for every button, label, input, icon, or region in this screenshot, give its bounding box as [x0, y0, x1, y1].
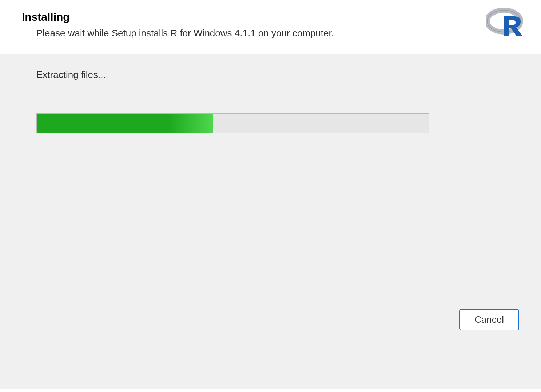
- progress-fill: [37, 114, 213, 133]
- installer-footer: Cancel: [0, 294, 541, 389]
- cancel-button[interactable]: Cancel: [459, 309, 519, 330]
- progress-bar: [36, 113, 429, 133]
- footer-highlight: [0, 295, 541, 295]
- r-logo-icon: [486, 7, 523, 36]
- page-title: Installing: [22, 11, 519, 23]
- page-subtitle: Please wait while Setup installs R for W…: [36, 28, 519, 39]
- installer-header: Installing Please wait while Setup insta…: [0, 0, 541, 54]
- installer-content: Extracting files...: [0, 54, 541, 294]
- status-text: Extracting files...: [36, 69, 505, 80]
